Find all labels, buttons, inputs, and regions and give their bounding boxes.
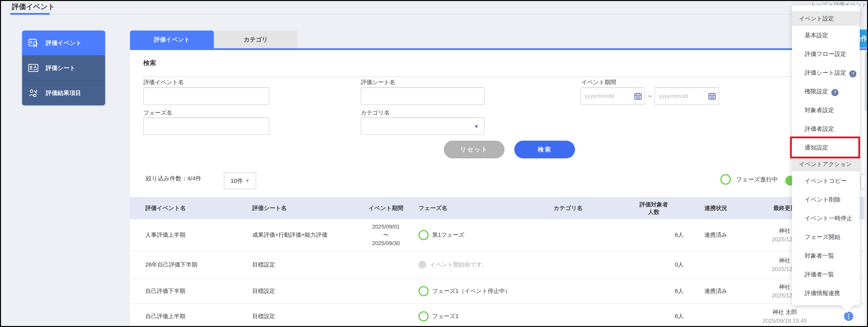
phase-active-icon xyxy=(418,286,429,296)
table-row[interactable]: 自己評価下半期 目標設定 フェーズ1（イベント停止中） 6人 連携済み 神社 2… xyxy=(130,278,864,304)
count-cell: 6人 xyxy=(612,231,695,239)
sheet-name-input[interactable] xyxy=(361,93,484,99)
period-range-separator: ~ xyxy=(648,92,652,100)
menu-item-target-list[interactable]: 対象者一覧 xyxy=(792,246,860,265)
calendar-award-icon xyxy=(28,38,39,48)
phase-active-legend-icon xyxy=(720,174,731,185)
menu-item-evaluation-flow-settings[interactable]: 評価フロー設定 xyxy=(792,44,860,63)
help-icon[interactable]: ? xyxy=(849,70,857,78)
phase-before-icon xyxy=(418,261,426,269)
menu-item-evaluator-settings[interactable]: 評価者設定 xyxy=(792,119,860,138)
col-header: 評価対象者人数 xyxy=(612,201,695,216)
period-start-box xyxy=(581,87,645,105)
event-name-input[interactable] xyxy=(144,93,269,99)
frame-border-bottom xyxy=(0,326,868,327)
phase-active-icon xyxy=(418,230,429,240)
sidebar-item-evaluation-result-items[interactable]: 評価結果項目 xyxy=(22,80,105,106)
menu-caret xyxy=(841,305,854,313)
menu-item-evaluator-list[interactable]: 評価者一覧 xyxy=(792,265,860,284)
menu-item-evaluation-info-link[interactable]: 評価情報連携 xyxy=(792,284,860,302)
title-underline xyxy=(10,13,50,15)
frame-border-left xyxy=(0,0,1,327)
phase-name-input[interactable] xyxy=(144,123,269,129)
event-context-menu: イベント設定 基本設定 評価フロー設定 評価シート設定? 権限設定? 対象者設定… xyxy=(792,5,860,305)
phase-name-label: フェーズ名 xyxy=(143,109,172,117)
filtered-count: 絞り込み件数：4/4件 xyxy=(146,175,202,183)
calendar-icon[interactable] xyxy=(708,92,716,100)
menu-item-target-settings[interactable]: 対象者設定 xyxy=(792,101,860,119)
tab-label: 評価イベント xyxy=(154,36,190,44)
sheet-name-cell: 成果評価+行動評価+能力評価 xyxy=(245,231,361,239)
phase-cell: イベント開始前です。 xyxy=(410,261,524,269)
period-end-box xyxy=(655,87,719,105)
sidebar-item-label: 評価結果項目 xyxy=(46,89,81,97)
col-header: イベント期間 xyxy=(361,204,410,212)
search-button[interactable]: 検索 xyxy=(514,141,575,158)
menu-section-event-settings: イベント設定 xyxy=(792,11,860,26)
page-size-select[interactable]: 10件 ▼ xyxy=(224,173,256,189)
menu-item-notification-settings[interactable]: 通知設定 xyxy=(792,138,860,157)
menu-item-phase-start[interactable]: フェーズ開始 xyxy=(792,228,860,246)
sidebar-item-evaluation-event[interactable]: 評価イベント xyxy=(22,31,105,55)
phase-active-icon xyxy=(418,311,429,322)
tab-label: カテゴリ xyxy=(244,36,268,44)
link-status-cell: 連携済み xyxy=(695,231,737,239)
count-cell: 6人 xyxy=(612,287,695,295)
search-section-heading: 検索 xyxy=(143,59,156,67)
menu-item-event-delete[interactable]: イベント削除 xyxy=(792,190,860,209)
sheet-icon: A xyxy=(28,63,39,73)
help-icon[interactable]: ? xyxy=(831,89,838,96)
legend: フェーズ進行中 xyxy=(720,174,778,185)
menu-item-evaluation-sheet-settings[interactable]: 評価シート設定? xyxy=(792,63,860,82)
col-header: カテゴリ名 xyxy=(524,204,612,212)
table-row[interactable]: 人事評価上半期 成果評価+行動評価+能力評価 2025/09/01 〜 2025… xyxy=(130,219,864,251)
page-title: 評価イベント xyxy=(12,2,55,11)
result-items-icon xyxy=(28,88,39,98)
sheet-name-input-box xyxy=(361,87,485,105)
period-cell: 2025/09/01 〜 2025/09/30 xyxy=(361,222,410,247)
screen: トップ > 評価イベント 評価イベント 評価イベント A 評価シート xyxy=(0,0,868,327)
tab-category[interactable]: カテゴリ xyxy=(214,31,298,49)
sidebar-item-label: 評価シート xyxy=(46,64,75,72)
category-name-label: カテゴリ名 xyxy=(361,109,390,117)
header-divider xyxy=(10,14,865,14)
menu-item-basic-settings[interactable]: 基本設定 xyxy=(792,26,860,44)
event-name-cell: 人事評価上半期 xyxy=(130,231,245,239)
event-name-label: 評価イベント名 xyxy=(143,79,184,86)
sheet-name-cell: 目標設定 xyxy=(245,313,361,320)
menu-item-event-copy[interactable]: イベントコピー xyxy=(792,171,860,190)
row-action-button[interactable]: 操作 xyxy=(860,30,868,48)
sheet-name-cell: 目標設定 xyxy=(245,287,361,295)
reset-button-label: リセット xyxy=(460,145,488,154)
search-divider xyxy=(143,77,858,77)
count-cell: 0人 xyxy=(612,261,695,269)
table-header-row: 評価イベント名 評価シート名 イベント期間 フェーズ名 カテゴリ名 評価対象者人… xyxy=(130,197,864,219)
sidebar-item-evaluation-sheet[interactable]: A 評価シート xyxy=(22,55,105,80)
menu-item-event-pause[interactable]: イベント一時停止 xyxy=(792,209,860,228)
sidebar-item-label: 評価イベント xyxy=(46,39,82,47)
col-header: フェーズ名 xyxy=(410,204,524,212)
svg-text:A: A xyxy=(34,65,37,69)
calendar-icon[interactable] xyxy=(634,92,642,100)
event-period-label: イベント期間 xyxy=(581,79,616,86)
sheet-name-cell: 目標設定 xyxy=(245,261,361,269)
menu-item-permission-settings[interactable]: 権限設定? xyxy=(792,82,860,101)
phase-cell: フェーズ1 xyxy=(410,311,524,322)
legend-label: フェーズ進行中 xyxy=(736,176,778,184)
phase-cell: 第1フェーズ xyxy=(410,230,524,240)
search-button-label: 検索 xyxy=(538,145,552,154)
event-name-cell: 自己評価下半期 xyxy=(130,287,245,295)
col-header: 評価イベント名 xyxy=(130,204,245,212)
category-select[interactable]: ▼ xyxy=(361,118,485,135)
count-cell: 6人 xyxy=(612,313,695,320)
chevron-down-icon: ▼ xyxy=(474,123,479,129)
tab-evaluation-event[interactable]: 評価イベント xyxy=(130,31,214,49)
frame-border-top xyxy=(0,0,868,1)
table-row[interactable]: 自己評価上半期 目標設定 フェーズ1 6人 神社 太郎 2025/09/18 1… xyxy=(130,304,864,327)
table-row[interactable]: 26年自己評価下半期 目標設定 イベント開始前です。 0人 神社 2025/12 xyxy=(130,251,864,278)
chevron-down-icon: ▼ xyxy=(245,178,250,183)
frame-border-right xyxy=(867,0,868,327)
row-action-button-label: 操作 xyxy=(860,34,868,43)
updated-cell: 神社 太郎 2025/09/18 15:45 xyxy=(737,308,833,325)
reset-button[interactable]: リセット xyxy=(444,141,504,158)
